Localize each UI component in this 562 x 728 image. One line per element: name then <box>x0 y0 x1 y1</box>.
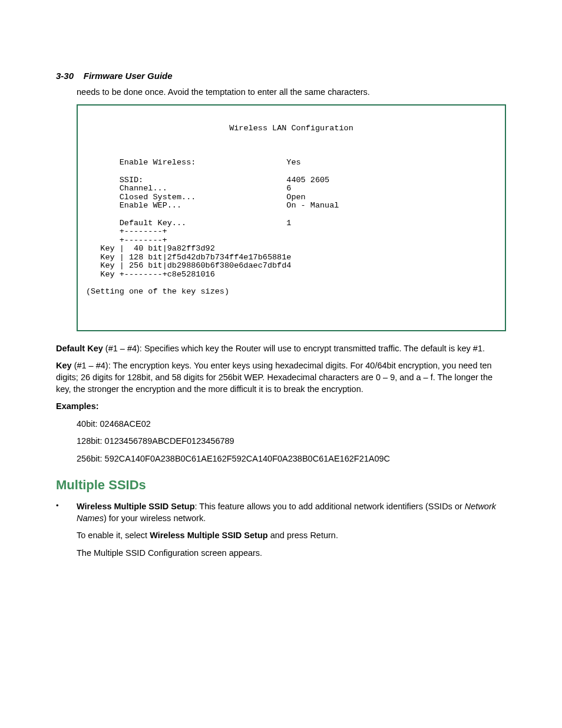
row-default-key-value: 1 <box>286 219 291 228</box>
terminal-screenshot: Wireless LAN Configuration Enable Wirele… <box>77 104 506 331</box>
example-256bit: 256bit: 592CA140F0A238B0C61AE162F592CA14… <box>77 453 506 465</box>
bullet-marker: • <box>56 501 77 524</box>
follow1a: To enable it, select <box>77 531 150 540</box>
page-number: 3-30 <box>56 71 74 81</box>
key4-prefix: Key +--------+ <box>100 270 167 279</box>
row-closed-system-value: Open <box>286 193 305 202</box>
key1-val: 9a82ff3d92 <box>167 244 215 253</box>
doc-title: Firmware User Guide <box>84 71 173 81</box>
follow1b: Wireless Multiple SSID Setup <box>150 531 268 540</box>
row-enable-wep-label: Enable WEP... <box>120 201 181 210</box>
bullet-item: • Wireless Multiple SSID Setup: This fea… <box>56 501 506 524</box>
default-key-text: (#1 – #4): Specifies which key the Route… <box>103 344 485 353</box>
page: 3-30 Firmware User Guide needs to be don… <box>0 0 562 728</box>
row-ssid-value: 4405 2605 <box>286 176 329 185</box>
key1-prefix: Key | <box>100 244 124 253</box>
bullet-text: Wireless Multiple SSID Setup: This featu… <box>77 501 506 524</box>
key2-val: 2f5d42db7b734ff4e17b65881e <box>167 253 292 262</box>
key2-bits: 128 bit <box>124 253 163 262</box>
running-header: 3-30 Firmware User Guide <box>56 71 506 81</box>
bullet-lead-bold: Wireless Multiple SSID Setup <box>77 502 195 511</box>
row-enable-wireless-value: Yes <box>286 158 300 167</box>
key-text: (#1 – #4): The encryption keys. You ente… <box>56 361 492 393</box>
row-enable-wireless-label: Enable Wireless: <box>120 158 196 167</box>
row-enable-wep-value: On - Manual <box>286 201 339 210</box>
bullet-tail: ) for your wireless network. <box>104 513 206 523</box>
follow-para-1: To enable it, select Wireless Multiple S… <box>77 530 506 542</box>
row-closed-system-label: Closed System... <box>120 193 196 202</box>
bullet-lead-rest: : This feature allows you to add additio… <box>195 502 465 511</box>
key-paragraph: Key (#1 – #4): The encryption keys. You … <box>56 360 506 395</box>
default-key-bold: Default Key <box>56 344 103 353</box>
terminal-title: Wireless LAN Configuration <box>86 124 497 133</box>
terminal-footer: (Setting one of the key sizes) <box>86 287 229 296</box>
key1-bits: 40 bit <box>124 244 163 253</box>
key3-bits: 256 bit <box>124 261 163 270</box>
row-channel-value: 6 <box>286 184 291 193</box>
example-40bit: 40bit: 02468ACE02 <box>77 419 506 430</box>
intro-paragraph: needs to be done once. Avoid the temptat… <box>77 87 506 98</box>
key3-val: db298860b6f380e6daec7dbfd4 <box>167 261 292 270</box>
row-default-key-label: Default Key... <box>120 219 186 228</box>
follow1c: and press Return. <box>268 531 338 540</box>
examples-heading: Examples: <box>56 401 506 413</box>
key2-prefix: Key | <box>100 253 124 262</box>
default-key-paragraph: Default Key (#1 – #4): Specifies which k… <box>56 343 506 355</box>
row-channel-label: Channel... <box>120 184 167 193</box>
key-bold: Key <box>56 361 72 370</box>
follow-para-2: The Multiple SSID Configuration screen a… <box>77 548 506 559</box>
key4-val: c8e5281016 <box>167 270 215 279</box>
key3-prefix: Key | <box>100 261 124 270</box>
row-ssid-label: SSID: <box>120 176 144 185</box>
example-128bit: 128bit: 0123456789ABCDEF0123456789 <box>77 436 506 447</box>
section-heading-multiple-ssids: Multiple SSIDs <box>56 477 506 493</box>
